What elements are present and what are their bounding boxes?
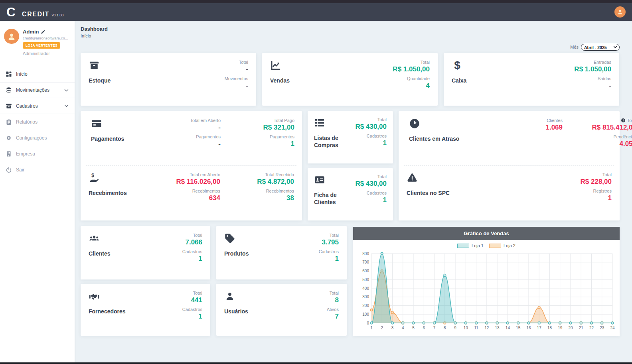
sidebar-item-empresa[interactable]: Empresa: [0, 146, 75, 162]
pencil-icon[interactable]: [41, 30, 45, 34]
user-name: Admin: [23, 29, 39, 35]
legend-swatch: [489, 244, 501, 248]
legend-swatch: [457, 244, 469, 248]
user-email: credit@anronsoftware.co...: [23, 36, 71, 40]
month-select[interactable]: Abril - 2025: [581, 44, 620, 51]
stat-label: Total: [182, 233, 202, 238]
chart-legend: Loja 1Loja 2: [353, 241, 620, 250]
stat-value: R$ 116.026,00: [146, 178, 220, 186]
card-ficha-clientes: Ficha de Clientes TotalR$ 430,00 Cadastr…: [308, 168, 393, 220]
svg-text:8: 8: [444, 326, 446, 330]
sales-chart-canvas: 0100200300400500600700800123456789101112…: [353, 250, 620, 334]
stat-value: 38: [220, 194, 294, 202]
svg-text:10: 10: [464, 326, 468, 330]
sidebar-item-label: Início: [16, 71, 28, 77]
sidebar-item-label: Movimentações: [16, 87, 49, 93]
stat-value: R$ 321,00: [221, 124, 294, 132]
stat-label: Cadastros: [356, 191, 387, 195]
user-icon: [617, 9, 623, 15]
stat-value: R$ 430,00: [356, 180, 387, 188]
svg-text:500: 500: [362, 277, 369, 282]
window-top-strip: [0, 0, 632, 3]
stat-value: R$ 4.872,00: [220, 178, 294, 186]
layers-icon: [6, 87, 12, 93]
card-title: Caixa: [452, 77, 508, 85]
svg-text:13: 13: [495, 326, 500, 330]
month-label: Mês: [570, 45, 579, 49]
main-content: Dashboard Início Mês Abril - 2025 Estoqu…: [75, 21, 632, 363]
stat-value: 441: [182, 296, 202, 304]
card-clientes-atraso-spc: Clientes em Atraso Clientes1.069 Tot: [399, 111, 620, 220]
stat-value: -: [225, 65, 248, 73]
stat-label: Total: [356, 117, 387, 122]
navbar-avatar-button[interactable]: [614, 6, 626, 18]
sidebar-item-label: Empresa: [16, 151, 35, 157]
stat-label: Cadastros: [182, 307, 202, 312]
card-estoque: Estoque Total- Movimentos-: [81, 53, 256, 106]
sidebar-item-label: Relatórios: [16, 119, 38, 125]
stat-label: Total: [327, 291, 339, 295]
sidebar-item-inicio[interactable]: Início: [0, 66, 75, 82]
card-title: Pagamentos: [91, 136, 147, 143]
stat-label: Total em Aberto: [146, 172, 220, 177]
stat-value: 1: [221, 140, 294, 148]
archive-icon: [6, 103, 12, 109]
stat-label: Recebimentos: [146, 189, 220, 193]
svg-text:0: 0: [367, 321, 369, 325]
stat-label: Cadastros: [356, 134, 387, 138]
card-title: Clientes: [89, 250, 144, 258]
card-pagamentos-recebimentos: Pagamentos Total em Aberto- Pagamentos- …: [81, 111, 302, 220]
box-icon: [89, 60, 100, 71]
card-title: Vendas: [270, 77, 326, 85]
svg-text:15: 15: [516, 326, 521, 330]
stat-label: Ativos: [327, 307, 339, 312]
card-title: Listas de Compras: [314, 135, 348, 149]
sidebar-item-sair[interactable]: Sair: [0, 162, 75, 178]
svg-text:3: 3: [391, 326, 394, 330]
stat-value: R$ 430,00: [356, 123, 387, 131]
clock-icon: [409, 118, 420, 129]
legend-label: Loja 2: [504, 243, 515, 248]
svg-text:7: 7: [433, 326, 436, 330]
sidebar-item-relatorios[interactable]: Relatórios: [0, 114, 75, 130]
stat-label: Pagamentos: [147, 134, 221, 139]
window-bottom-strip: [0, 362, 632, 364]
stat-label: Total: [581, 172, 612, 177]
svg-text:20: 20: [568, 326, 573, 330]
svg-text:9: 9: [454, 326, 456, 330]
card-caixa: $ Caixa EntradasR$ 1.050,00 Saídas-: [444, 53, 619, 106]
list-icon: [314, 117, 325, 128]
sidebar-item-label: Configurações: [16, 135, 47, 141]
card-title: Fornecedores: [89, 308, 144, 315]
tag-icon: [224, 233, 235, 244]
stat-value: 7.066: [182, 238, 202, 246]
card-title: Clientes no SPC: [407, 190, 486, 197]
stat-value: 1: [356, 196, 387, 204]
svg-text:$: $: [454, 60, 460, 71]
credit-card-icon: [91, 118, 102, 129]
id-card-icon: [314, 174, 325, 185]
breadcrumb: Início: [81, 33, 620, 38]
stat-label: Total: [627, 118, 632, 123]
user-role: Administrador: [23, 51, 71, 56]
svg-text:5: 5: [412, 326, 415, 330]
sidebar-item-cadastros[interactable]: Cadastros: [0, 98, 75, 114]
chart-line-icon: [270, 60, 281, 71]
sidebar-item-movimentacoes[interactable]: Movimentações: [0, 82, 75, 98]
stat-label: Cadastros: [182, 249, 202, 254]
info-icon: [621, 118, 626, 123]
stat-value: 1: [319, 255, 339, 263]
card-usuarios: Usuários Total8 Ativos7: [216, 284, 347, 336]
card-vendas: Vendas TotalR$ 1.050,00 Quantidade4: [262, 53, 438, 106]
stat-value: 1: [182, 313, 202, 321]
sidebar-item-configuracoes[interactable]: Configurações: [0, 130, 75, 146]
stat-label: Recebimentos: [220, 189, 294, 193]
user-icon: [224, 291, 235, 302]
stat-label: Total Pago: [221, 118, 294, 123]
svg-text:$: $: [91, 172, 94, 178]
stat-value: 7: [327, 313, 339, 321]
svg-text:17: 17: [537, 326, 542, 330]
svg-text:14: 14: [506, 326, 510, 330]
stat-label: Total em Aberto: [147, 118, 221, 123]
legend-label: Loja 1: [472, 243, 484, 248]
